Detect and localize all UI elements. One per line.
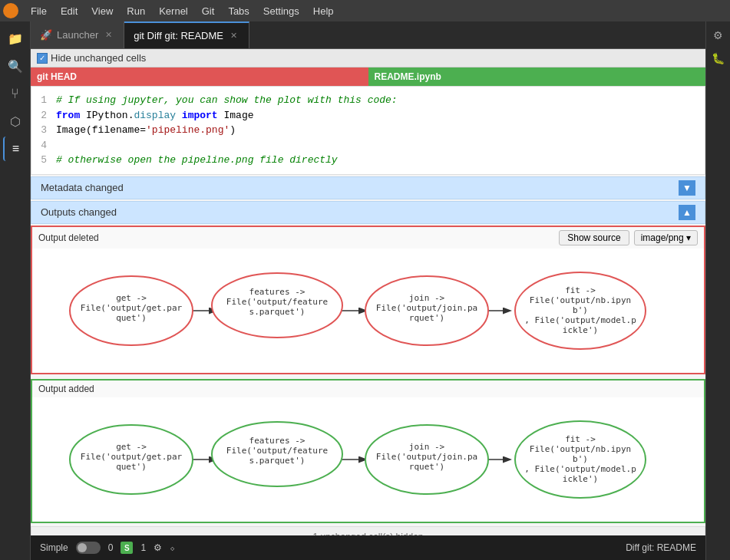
svg-text:fit ->: fit -> <box>565 434 596 444</box>
statusbar-right: Diff git: README <box>626 542 696 553</box>
svg-text:b'): b') <box>573 305 588 315</box>
outputs-changed-toggle[interactable]: ▲ <box>679 205 695 220</box>
output-deleted-controls: Show source image/png ▾ <box>559 230 698 245</box>
svg-text:rquet'): rquet') <box>409 462 444 472</box>
svg-text:s.parquet'): s.parquet') <box>249 456 306 466</box>
menu-file[interactable]: File <box>25 4 53 18</box>
toggle-knob <box>78 543 87 552</box>
statusbar: Simple 0 S 1 ⚙ ⬦ Diff git: README <box>31 535 705 560</box>
menubar: File Edit View Run Kernel Git Tabs Setti… <box>0 0 730 21</box>
menu-view[interactable]: View <box>85 4 119 18</box>
format-dropdown[interactable]: image/png ▾ <box>634 230 698 245</box>
svg-text:ickle'): ickle') <box>563 325 598 335</box>
show-source-button[interactable]: Show source <box>559 230 629 245</box>
output-added-section: Output added get -> File('output/get.par… <box>31 379 705 523</box>
pipeline-deleted-diagram: get -> File('output/get.par quet') featu… <box>32 249 704 373</box>
left-sidebar: 📁 🔍 ⑂ ⬡ ≡ <box>0 21 31 560</box>
unchanged-cells-bar[interactable]: 1 unchanged cell(s) hidden <box>31 526 705 536</box>
svg-text:quet'): quet') <box>116 313 147 323</box>
tab-launcher-close[interactable]: ✕ <box>103 29 114 41</box>
hide-unchanged-label[interactable]: ✓ Hide unchanged cells <box>37 52 146 64</box>
svg-text:File('output/get.par: File('output/get.par <box>81 303 183 313</box>
code-cell: 1 # If using jupyter, you can show the p… <box>31 86 705 175</box>
svg-text:features ->: features -> <box>249 287 306 297</box>
settings-icon[interactable]: ⚙ <box>709 26 728 44</box>
svg-text:quet'): quet') <box>116 462 147 472</box>
svg-text:s.parquet'): s.parquet') <box>249 307 306 317</box>
svg-text:File('output/join.pa: File('output/join.pa <box>376 452 477 462</box>
code-line-4: 4 <box>31 138 705 153</box>
svg-text:ickle'): ickle') <box>563 474 598 484</box>
app-logo <box>3 3 18 18</box>
menu-kernel[interactable]: Kernel <box>153 4 194 18</box>
pipeline-added-svg: get -> File('output/get.par quet') featu… <box>51 410 685 509</box>
menu-git[interactable]: Git <box>196 4 221 18</box>
svg-text:join ->: join -> <box>409 293 445 303</box>
svg-text:File('output/nb.ipyn: File('output/nb.ipyn <box>530 444 631 454</box>
diff-header-right: README.ipynb <box>368 68 706 86</box>
sidebar-icon-search[interactable]: 🔍 <box>3 54 28 78</box>
launcher-icon: 🚀 <box>40 29 52 41</box>
hide-unchanged-checkbox[interactable]: ✓ <box>37 53 48 64</box>
code-line-2: 2 from IPython.display import Image <box>31 108 705 124</box>
sidebar-icon-extension[interactable]: ⬡ <box>3 109 28 133</box>
svg-text:, File('output/model.p: , File('output/model.p <box>524 315 636 325</box>
kernel-badge-s: S <box>121 542 133 554</box>
menu-edit[interactable]: Edit <box>55 4 84 18</box>
pipeline-deleted-svg: get -> File('output/get.par quet') featu… <box>51 261 685 361</box>
svg-text:File('output/join.pa: File('output/join.pa <box>376 303 477 313</box>
output-deleted-header: Output deleted Show source image/png ▾ <box>32 227 704 249</box>
mode-toggle[interactable] <box>76 542 101 554</box>
main-content: ✓ Hide unchanged cells git HEAD README.i… <box>31 49 705 535</box>
tab-gitdiff-label: git Diff git: README <box>134 30 223 41</box>
output-added-header: Output added <box>32 380 704 397</box>
svg-text:features ->: features -> <box>249 436 306 446</box>
tab-launcher[interactable]: 🚀 Launcher ✕ <box>31 21 124 48</box>
menu-settings[interactable]: Settings <box>257 4 306 18</box>
menu-run[interactable]: Run <box>121 4 151 18</box>
right-sidebar: ⚙ 🐛 <box>705 21 730 560</box>
outputs-changed-bar[interactable]: Outputs changed ▲ <box>31 201 705 224</box>
svg-text:b'): b') <box>573 454 588 464</box>
code-line-1: 1 # If using jupyter, you can show the p… <box>31 93 705 108</box>
svg-text:fit ->: fit -> <box>565 285 596 295</box>
menu-tabs[interactable]: Tabs <box>222 4 255 18</box>
tab-gitdiff[interactable]: git Diff git: README ✕ <box>124 21 249 48</box>
svg-text:rquet'): rquet') <box>409 313 444 323</box>
tabbar: 🚀 Launcher ✕ git Diff git: README ✕ <box>31 21 705 49</box>
svg-text:get ->: get -> <box>116 293 147 303</box>
metadata-changed-toggle[interactable]: ▼ <box>679 180 695 196</box>
metadata-changed-bar[interactable]: Metadata changed ▼ <box>31 176 705 199</box>
cell-toolbar: ✓ Hide unchanged cells <box>31 49 705 68</box>
svg-text:File('output/feature: File('output/feature <box>226 297 328 307</box>
diff-header: git HEAD README.ipynb <box>31 68 705 86</box>
pipeline-added-diagram: get -> File('output/get.par quet') featu… <box>32 397 704 522</box>
svg-text:join ->: join -> <box>409 442 445 452</box>
diff-header-left: git HEAD <box>31 68 368 86</box>
output-deleted-section: Output deleted Show source image/png ▾ <box>31 226 705 374</box>
tab-launcher-label: Launcher <box>57 29 98 41</box>
svg-text:File('output/nb.ipyn: File('output/nb.ipyn <box>530 295 631 305</box>
statusbar-gear-icon[interactable]: ⚙ <box>154 542 162 553</box>
code-line-5: 5 # otherwise open the pipeline.png file… <box>31 153 705 168</box>
menu-help[interactable]: Help <box>307 4 340 18</box>
svg-text:get ->: get -> <box>116 442 147 452</box>
svg-text:, File('output/model.p: , File('output/model.p <box>524 464 636 474</box>
code-line-3: 3 Image(filename='pipeline.png') <box>31 123 705 138</box>
tab-gitdiff-close[interactable]: ✕ <box>228 30 239 41</box>
sidebar-icon-git[interactable]: ⑂ <box>3 81 28 106</box>
statusbar-left: Simple 0 S 1 ⚙ ⬦ <box>40 542 175 554</box>
svg-text:File('output/get.par: File('output/get.par <box>81 452 183 462</box>
sidebar-icon-tabs[interactable]: ≡ <box>3 137 28 161</box>
debug-icon[interactable]: 🐛 <box>709 49 728 68</box>
sidebar-icon-folder[interactable]: 📁 <box>3 26 28 51</box>
svg-text:File('output/feature: File('output/feature <box>226 446 328 456</box>
statusbar-git-icon[interactable]: ⬦ <box>170 542 175 553</box>
